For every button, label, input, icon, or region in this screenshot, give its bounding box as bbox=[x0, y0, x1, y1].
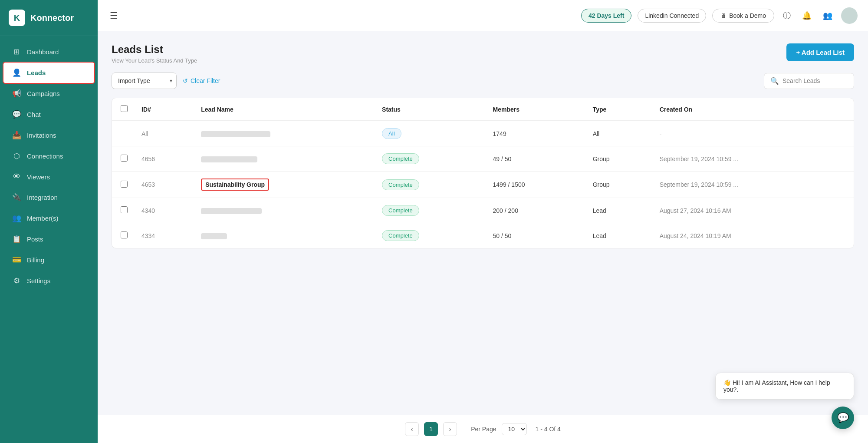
status-badge: Complete bbox=[382, 153, 419, 164]
import-type-select[interactable]: Import Type bbox=[112, 73, 177, 89]
row-members: 49 / 50 bbox=[486, 146, 586, 172]
row-lead-name: Sustainability Group bbox=[194, 172, 375, 198]
table-row[interactable]: 4656Complete49 / 50GroupSeptember 19, 20… bbox=[112, 146, 854, 172]
page-subtitle: View Your Lead's Status And Type bbox=[112, 57, 197, 64]
sidebar-item-integration[interactable]: 🔌Integration bbox=[3, 187, 94, 208]
row-checkbox-cell bbox=[112, 146, 135, 172]
status-badge: Complete bbox=[382, 179, 419, 190]
logo-name: Konnector bbox=[30, 13, 74, 23]
page-title-block: Leads List View Your Lead's Status And T… bbox=[112, 43, 197, 64]
blurred-name bbox=[201, 208, 262, 214]
sidebar-item-label: Settings bbox=[27, 277, 50, 284]
sidebar-item-label: Member(s) bbox=[27, 215, 59, 222]
prev-icon: ‹ bbox=[411, 426, 413, 433]
sidebar-item-chat[interactable]: 💬Chat bbox=[3, 104, 94, 125]
dashboard-icon: ⊞ bbox=[12, 47, 21, 56]
row-checkbox-cell bbox=[112, 223, 135, 248]
blurred-name bbox=[201, 156, 257, 162]
sidebar-item-campaigns[interactable]: 📢Campaigns bbox=[3, 83, 94, 104]
table-row[interactable]: 4340Complete200 / 200LeadAugust 27, 2024… bbox=[112, 198, 854, 223]
prev-page-button[interactable]: ‹ bbox=[405, 422, 419, 436]
sidebar-item-label: Integration bbox=[27, 194, 58, 201]
sidebar-item-dashboard[interactable]: ⊞Dashboard bbox=[3, 42, 94, 62]
table-row[interactable]: AllAll1749All- bbox=[112, 121, 854, 146]
chat-icon: 💬 bbox=[12, 110, 21, 119]
row-members: 200 / 200 bbox=[486, 198, 586, 223]
search-leads-input[interactable] bbox=[783, 77, 848, 84]
search-box: 🔍 bbox=[764, 73, 854, 89]
book-demo-button[interactable]: 🖥 Book a Demo bbox=[712, 9, 774, 23]
sidebar-item-posts[interactable]: 📋Posts bbox=[3, 229, 94, 249]
hamburger-button[interactable]: ☰ bbox=[108, 9, 119, 23]
sidebar-item-members[interactable]: 👥Member(s) bbox=[3, 208, 94, 228]
per-page-label: Per Page bbox=[471, 426, 496, 433]
header-checkbox-cell bbox=[112, 98, 135, 121]
row-id: 4334 bbox=[135, 223, 194, 248]
campaigns-icon: 📢 bbox=[12, 89, 21, 98]
sidebar-nav: ⊞Dashboard👤Leads📢Campaigns💬Chat📥Invitati… bbox=[0, 36, 98, 443]
sidebar-item-label: Connections bbox=[27, 152, 63, 160]
search-icon: 🔍 bbox=[770, 77, 779, 85]
page-1-button[interactable]: 1 bbox=[424, 422, 438, 436]
row-checkbox-cell bbox=[112, 172, 135, 198]
row-checkbox[interactable] bbox=[121, 181, 128, 188]
row-lead-name bbox=[194, 146, 375, 172]
col-members: Members bbox=[486, 98, 586, 121]
row-created-on: August 24, 2024 10:19 AM bbox=[653, 223, 854, 248]
row-checkbox[interactable] bbox=[121, 231, 128, 238]
sidebar-item-label: Posts bbox=[27, 235, 43, 243]
users-icon-button[interactable]: 👥 bbox=[820, 8, 835, 23]
row-created-on: September 19, 2024 10:59 ... bbox=[653, 146, 854, 172]
sidebar-item-viewers[interactable]: 👁Viewers bbox=[3, 167, 94, 187]
sidebar-item-connections[interactable]: ⬡Connections bbox=[3, 146, 94, 166]
select-all-checkbox[interactable] bbox=[121, 105, 128, 112]
row-checkbox-cell bbox=[112, 198, 135, 223]
members-icon: 👥 bbox=[12, 214, 21, 223]
page-count: 1 - 4 Of 4 bbox=[536, 426, 561, 433]
row-created-on: September 19, 2024 10:59 ... bbox=[653, 172, 854, 198]
row-status: Complete bbox=[375, 223, 486, 248]
blurred-name bbox=[201, 233, 227, 239]
filters-row: Import Type ▾ ↺ Clear Filter 🔍 bbox=[112, 73, 854, 89]
sidebar-item-label: Dashboard bbox=[27, 48, 59, 56]
sidebar-item-leads[interactable]: 👤Leads bbox=[3, 63, 94, 83]
logo-icon: K bbox=[9, 10, 25, 26]
notification-bell-button[interactable]: 🔔 bbox=[799, 8, 814, 23]
table-row[interactable]: 4653Sustainability GroupComplete1499 / 1… bbox=[112, 172, 854, 198]
status-badge: All bbox=[382, 128, 401, 139]
row-checkbox[interactable] bbox=[121, 155, 128, 162]
row-status: Complete bbox=[375, 198, 486, 223]
ai-assistant-message: 👋 Hi! I am AI Assistant, How can I help … bbox=[715, 373, 854, 400]
per-page-select[interactable]: 10 25 50 bbox=[502, 423, 527, 435]
row-members: 1749 bbox=[486, 121, 586, 146]
blurred-name bbox=[201, 131, 270, 137]
next-page-button[interactable]: › bbox=[443, 422, 457, 436]
page-header: Leads List View Your Lead's Status And T… bbox=[112, 43, 854, 64]
help-icon-button[interactable]: ⓘ bbox=[780, 8, 793, 23]
clear-filter-button[interactable]: ↺ Clear Filter bbox=[183, 77, 220, 84]
bell-icon: 🔔 bbox=[802, 11, 812, 20]
row-type: Lead bbox=[586, 198, 653, 223]
leads-table-container: ID# Lead Name Status Members Type Create… bbox=[112, 98, 854, 248]
table-header: ID# Lead Name Status Members Type Create… bbox=[112, 98, 854, 121]
connections-icon: ⬡ bbox=[12, 152, 21, 161]
sidebar-item-billing[interactable]: 💳Billing bbox=[3, 250, 94, 270]
avatar[interactable] bbox=[841, 7, 858, 24]
row-members: 50 / 50 bbox=[486, 223, 586, 248]
sidebar-item-label: Viewers bbox=[27, 173, 50, 181]
add-lead-list-button[interactable]: + Add Lead List bbox=[786, 43, 854, 61]
row-id: 4340 bbox=[135, 198, 194, 223]
chat-bubble-button[interactable]: 💬 bbox=[832, 407, 854, 429]
row-checkbox[interactable] bbox=[121, 206, 128, 213]
row-lead-name bbox=[194, 223, 375, 248]
days-left-badge: 42 Days Left bbox=[581, 9, 631, 23]
next-icon: › bbox=[449, 426, 451, 433]
row-type: Group bbox=[586, 146, 653, 172]
table-row[interactable]: 4334Complete50 / 50LeadAugust 24, 2024 1… bbox=[112, 223, 854, 248]
row-status: Complete bbox=[375, 146, 486, 172]
sidebar-item-label: Billing bbox=[27, 256, 44, 264]
leads-icon: 👤 bbox=[12, 68, 21, 77]
sidebar-item-settings[interactable]: ⚙Settings bbox=[3, 271, 94, 291]
row-lead-name bbox=[194, 121, 375, 146]
sidebar-item-invitations[interactable]: 📥Invitations bbox=[3, 125, 94, 145]
